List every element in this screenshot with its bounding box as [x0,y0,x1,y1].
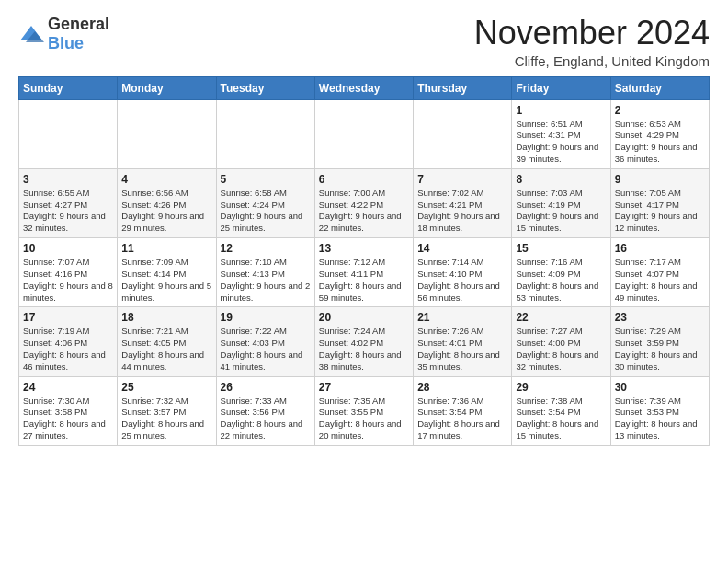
day-info: Sunrise: 6:53 AM Sunset: 4:29 PM Dayligh… [615,119,705,166]
calendar-cell: 14Sunrise: 7:14 AM Sunset: 4:10 PM Dayli… [414,238,512,307]
calendar-cell: 24Sunrise: 7:30 AM Sunset: 3:58 PM Dayli… [19,376,118,445]
calendar-header: Sunday Monday Tuesday Wednesday Thursday… [19,76,710,99]
day-info: Sunrise: 7:32 AM Sunset: 3:57 PM Dayligh… [121,396,211,442]
calendar-cell: 21Sunrise: 7:26 AM Sunset: 4:01 PM Dayli… [414,307,512,376]
title-block: November 2024 Cliffe, England, United Ki… [474,15,710,69]
day-number: 27 [319,381,409,394]
day-number: 8 [516,173,606,186]
calendar-cell: 8Sunrise: 7:03 AM Sunset: 4:19 PM Daylig… [512,168,610,237]
day-number: 15 [516,242,606,255]
day-number: 13 [319,242,409,255]
day-number: 3 [23,173,113,186]
day-number: 26 [221,381,311,394]
calendar-cell: 11Sunrise: 7:09 AM Sunset: 4:14 PM Dayli… [118,238,216,307]
location: Cliffe, England, United Kingdom [474,53,710,69]
calendar-cell: 19Sunrise: 7:22 AM Sunset: 4:03 PM Dayli… [216,307,314,376]
calendar-cell: 18Sunrise: 7:21 AM Sunset: 4:05 PM Dayli… [118,307,216,376]
day-number: 21 [417,311,507,324]
logo-text: General Blue [48,15,109,53]
day-info: Sunrise: 7:26 AM Sunset: 4:01 PM Dayligh… [417,326,507,373]
day-info: Sunrise: 7:05 AM Sunset: 4:17 PM Dayligh… [615,188,705,235]
calendar-cell [19,99,118,168]
day-info: Sunrise: 7:38 AM Sunset: 3:54 PM Dayligh… [516,396,606,442]
day-info: Sunrise: 7:33 AM Sunset: 3:56 PM Dayligh… [221,396,311,442]
day-info: Sunrise: 6:56 AM Sunset: 4:26 PM Dayligh… [121,188,211,235]
calendar-week-row: 1Sunrise: 6:51 AM Sunset: 4:31 PM Daylig… [19,99,710,168]
day-number: 16 [615,242,705,255]
calendar-week-row: 10Sunrise: 7:07 AM Sunset: 4:16 PM Dayli… [19,238,710,307]
day-info: Sunrise: 7:17 AM Sunset: 4:07 PM Dayligh… [615,257,705,304]
calendar-cell: 1Sunrise: 6:51 AM Sunset: 4:31 PM Daylig… [512,99,610,168]
day-number: 2 [615,104,705,117]
calendar-cell: 7Sunrise: 7:02 AM Sunset: 4:21 PM Daylig… [414,168,512,237]
calendar-cell: 6Sunrise: 7:00 AM Sunset: 4:22 PM Daylig… [314,168,413,237]
calendar-cell: 27Sunrise: 7:35 AM Sunset: 3:55 PM Dayli… [314,376,413,445]
day-number: 17 [23,311,113,324]
calendar-week-row: 17Sunrise: 7:19 AM Sunset: 4:06 PM Dayli… [19,307,710,376]
calendar-cell: 29Sunrise: 7:38 AM Sunset: 3:54 PM Dayli… [512,376,610,445]
day-info: Sunrise: 7:12 AM Sunset: 4:11 PM Dayligh… [319,257,409,304]
calendar-cell: 22Sunrise: 7:27 AM Sunset: 4:00 PM Dayli… [512,307,610,376]
day-info: Sunrise: 6:58 AM Sunset: 4:24 PM Dayligh… [221,188,311,235]
calendar-cell: 10Sunrise: 7:07 AM Sunset: 4:16 PM Dayli… [19,238,118,307]
calendar-cell: 30Sunrise: 7:39 AM Sunset: 3:53 PM Dayli… [610,376,709,445]
weekday-header-row: Sunday Monday Tuesday Wednesday Thursday… [19,76,710,99]
calendar-cell: 12Sunrise: 7:10 AM Sunset: 4:13 PM Dayli… [216,238,314,307]
calendar-body: 1Sunrise: 6:51 AM Sunset: 4:31 PM Daylig… [19,99,710,445]
header-friday: Friday [512,76,610,99]
calendar-cell: 17Sunrise: 7:19 AM Sunset: 4:06 PM Dayli… [19,307,118,376]
day-info: Sunrise: 7:35 AM Sunset: 3:55 PM Dayligh… [319,396,409,442]
day-number: 22 [516,311,606,324]
day-info: Sunrise: 6:51 AM Sunset: 4:31 PM Dayligh… [516,119,606,166]
day-number: 29 [516,381,606,394]
day-number: 7 [417,173,507,186]
calendar-cell [414,99,512,168]
calendar-week-row: 24Sunrise: 7:30 AM Sunset: 3:58 PM Dayli… [19,376,710,445]
day-number: 18 [121,311,211,324]
calendar-cell: 16Sunrise: 7:17 AM Sunset: 4:07 PM Dayli… [610,238,709,307]
day-number: 11 [121,242,211,255]
day-info: Sunrise: 7:39 AM Sunset: 3:53 PM Dayligh… [615,396,705,442]
calendar-table: Sunday Monday Tuesday Wednesday Thursday… [18,76,710,446]
day-number: 10 [23,242,113,255]
calendar-week-row: 3Sunrise: 6:55 AM Sunset: 4:27 PM Daylig… [19,168,710,237]
day-info: Sunrise: 7:24 AM Sunset: 4:02 PM Dayligh… [319,326,409,373]
day-info: Sunrise: 7:07 AM Sunset: 4:16 PM Dayligh… [23,257,113,304]
header: General Blue November 2024 Cliffe, Engla… [18,15,710,69]
day-number: 5 [221,173,311,186]
day-info: Sunrise: 7:02 AM Sunset: 4:21 PM Dayligh… [417,188,507,235]
logo-general: General [48,15,109,33]
day-info: Sunrise: 7:09 AM Sunset: 4:14 PM Dayligh… [121,257,211,304]
header-tuesday: Tuesday [216,76,314,99]
calendar-cell: 25Sunrise: 7:32 AM Sunset: 3:57 PM Dayli… [118,376,216,445]
day-info: Sunrise: 7:22 AM Sunset: 4:03 PM Dayligh… [221,326,311,373]
calendar-cell: 3Sunrise: 6:55 AM Sunset: 4:27 PM Daylig… [19,168,118,237]
header-sunday: Sunday [19,76,118,99]
day-info: Sunrise: 6:55 AM Sunset: 4:27 PM Dayligh… [23,188,113,235]
day-info: Sunrise: 7:03 AM Sunset: 4:19 PM Dayligh… [516,188,606,235]
day-number: 23 [615,311,705,324]
logo-blue: Blue [48,34,84,52]
header-thursday: Thursday [414,76,512,99]
day-info: Sunrise: 7:19 AM Sunset: 4:06 PM Dayligh… [23,326,113,373]
day-number: 20 [319,311,409,324]
calendar-cell: 13Sunrise: 7:12 AM Sunset: 4:11 PM Dayli… [314,238,413,307]
header-monday: Monday [118,76,216,99]
day-number: 1 [516,104,606,117]
calendar-cell [118,99,216,168]
day-number: 6 [319,173,409,186]
day-number: 9 [615,173,705,186]
calendar-cell: 9Sunrise: 7:05 AM Sunset: 4:17 PM Daylig… [610,168,709,237]
calendar-cell: 20Sunrise: 7:24 AM Sunset: 4:02 PM Dayli… [314,307,413,376]
day-number: 28 [417,381,507,394]
logo: General Blue [18,15,109,53]
calendar-cell: 28Sunrise: 7:36 AM Sunset: 3:54 PM Dayli… [414,376,512,445]
calendar-cell: 5Sunrise: 6:58 AM Sunset: 4:24 PM Daylig… [216,168,314,237]
day-info: Sunrise: 7:36 AM Sunset: 3:54 PM Dayligh… [417,396,507,442]
header-wednesday: Wednesday [314,76,413,99]
day-info: Sunrise: 7:21 AM Sunset: 4:05 PM Dayligh… [121,326,211,373]
day-number: 12 [221,242,311,255]
page: General Blue November 2024 Cliffe, Engla… [0,0,728,455]
day-number: 25 [121,381,211,394]
day-info: Sunrise: 7:27 AM Sunset: 4:00 PM Dayligh… [516,326,606,373]
